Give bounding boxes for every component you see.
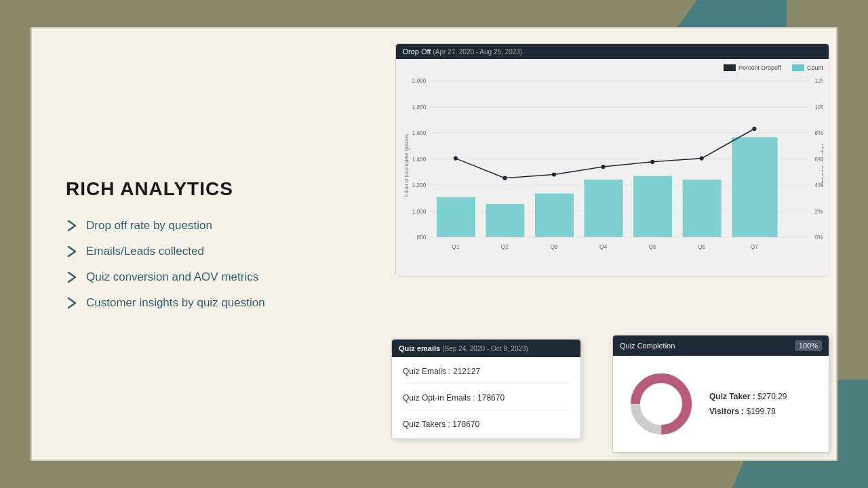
bar-q2 bbox=[486, 204, 524, 237]
bullet-list: Drop off rate by questionEmails/Leads co… bbox=[66, 219, 351, 310]
stat-quiz-taker: Quiz Taker : $270.29 bbox=[709, 392, 787, 401]
dot-q5 bbox=[650, 160, 654, 164]
quiz-completion-body: Quiz Taker : $270.29 Visitors : $199.78 bbox=[613, 356, 829, 452]
svg-text:Drop-off Percentage: Drop-off Percentage bbox=[821, 143, 823, 187]
stat-visitors: Visitors : $199.78 bbox=[709, 407, 787, 416]
bullet-text: Drop off rate by question bbox=[86, 219, 212, 232]
chevron-icon bbox=[66, 245, 78, 258]
dropoff-chart-svg: 2,000 1,800 1,600 1,400 1,200 1,000 800 … bbox=[401, 74, 823, 257]
chevron-icon bbox=[66, 220, 78, 232]
bullet-text: Quiz conversion and AOV metrics bbox=[86, 270, 258, 284]
dot-q7 bbox=[752, 127, 756, 131]
quiz-emails-card: Quiz emails (Sep 24, 2020 - Oct 9, 2023)… bbox=[391, 339, 581, 439]
stat-visitors-label: Visitors : bbox=[709, 407, 746, 416]
quiz-emails-body: Quiz Emails : 212127 Quiz Opt-in Emails … bbox=[392, 357, 580, 439]
svg-text:Q4: Q4 bbox=[599, 243, 607, 250]
svg-text:Q7: Q7 bbox=[751, 243, 758, 250]
dropoff-date: (Apr 27, 2020 - Aug 25, 2023) bbox=[433, 48, 522, 56]
line-chart bbox=[456, 129, 755, 178]
bullet-item: Emails/Leads collected bbox=[66, 245, 351, 258]
dropoff-header: Drop Off (Apr 27, 2020 - Aug 25, 2023) bbox=[396, 44, 829, 59]
stat-label-emails: Quiz Emails : bbox=[403, 367, 453, 376]
stat-value-optin: 178670 bbox=[477, 393, 505, 403]
dropoff-title: Drop Off (Apr 27, 2020 - Aug 25, 2023) bbox=[403, 47, 522, 56]
svg-text:Q6: Q6 bbox=[698, 243, 705, 250]
bullet-text: Emails/Leads collected bbox=[86, 245, 204, 258]
svg-text:8%: 8% bbox=[815, 129, 823, 136]
svg-text:0%: 0% bbox=[815, 234, 823, 241]
legend-percent: Percent Dropoff bbox=[724, 64, 781, 71]
chevron-icon bbox=[66, 297, 78, 309]
bullet-item: Customer insights by quiz question bbox=[66, 296, 351, 310]
svg-text:1,200: 1,200 bbox=[412, 182, 427, 188]
bar-q4 bbox=[585, 180, 623, 237]
legend-count: Count bbox=[792, 64, 823, 71]
dot-q1 bbox=[454, 157, 458, 161]
quiz-emails-title: Quiz emails bbox=[399, 344, 440, 352]
svg-text:1,000: 1,000 bbox=[412, 208, 427, 215]
bar-q1 bbox=[437, 197, 475, 237]
svg-text:1,600: 1,600 bbox=[412, 129, 427, 136]
legend-count-label: Count bbox=[807, 64, 823, 71]
svg-text:Q1: Q1 bbox=[452, 243, 459, 250]
completion-stats: Quiz Taker : $270.29 Visitors : $199.78 bbox=[709, 392, 787, 416]
dot-q2 bbox=[502, 176, 507, 180]
dot-q6 bbox=[700, 157, 704, 161]
donut-svg bbox=[624, 367, 698, 441]
stat-label-optin: Quiz Opt-in Emails : bbox=[403, 393, 477, 403]
bullet-text: Customer insights by quiz question bbox=[86, 296, 265, 310]
bar-q6 bbox=[683, 180, 722, 237]
stat-quiz-taker-value: $270.29 bbox=[757, 392, 787, 401]
legend-color-percent bbox=[724, 64, 736, 71]
svg-text:1,400: 1,400 bbox=[412, 156, 427, 163]
left-panel: RICH ANALYTICS Drop off rate by question… bbox=[32, 28, 384, 460]
completion-pct-badge: 100% bbox=[795, 340, 822, 351]
quiz-completion-card: Quiz Completion 100% Quiz Taker : $270.2… bbox=[612, 335, 829, 453]
stat-quiz-taker-label: Quiz Taker : bbox=[709, 392, 757, 401]
dot-q4 bbox=[601, 165, 605, 169]
svg-text:Count of Incomplete Quizzes: Count of Incomplete Quizzes bbox=[403, 134, 410, 197]
svg-text:Q5: Q5 bbox=[649, 243, 656, 250]
bullet-item: Drop off rate by question bbox=[66, 219, 351, 232]
stat-quiz-takers: Quiz Takers : 178670 bbox=[403, 420, 570, 429]
svg-text:1,800: 1,800 bbox=[412, 104, 427, 110]
svg-text:10%: 10% bbox=[815, 104, 823, 110]
quiz-completion-header: Quiz Completion 100% bbox=[613, 336, 829, 356]
svg-text:2,000: 2,000 bbox=[412, 77, 427, 84]
dropoff-card: Drop Off (Apr 27, 2020 - Aug 25, 2023) P… bbox=[395, 43, 829, 277]
slide-container: RICH ANALYTICS Drop off rate by question… bbox=[31, 27, 837, 461]
dot-q3 bbox=[552, 172, 556, 176]
stat-quiz-emails: Quiz Emails : 212127 bbox=[403, 367, 570, 384]
bullet-item: Quiz conversion and AOV metrics bbox=[66, 270, 351, 284]
chevron-icon bbox=[66, 271, 78, 283]
svg-text:Q2: Q2 bbox=[501, 243, 509, 250]
right-panel: Drop Off (Apr 27, 2020 - Aug 25, 2023) P… bbox=[384, 28, 836, 460]
section-title: RICH ANALYTICS bbox=[66, 178, 351, 200]
svg-text:800: 800 bbox=[416, 234, 426, 241]
stat-visitors-value: $199.78 bbox=[746, 407, 775, 416]
legend-color-count bbox=[792, 64, 804, 71]
quiz-emails-date: (Sep 24, 2020 - Oct 9, 2023) bbox=[442, 345, 528, 352]
svg-text:2%: 2% bbox=[815, 208, 823, 215]
dropoff-body: Percent Dropoff Count bbox=[396, 59, 829, 276]
bar-q7 bbox=[732, 137, 777, 237]
stat-value-emails: 212127 bbox=[453, 367, 480, 376]
chart-legend: Percent Dropoff Count bbox=[401, 64, 823, 71]
bar-q5 bbox=[633, 176, 672, 237]
legend-percent-label: Percent Dropoff bbox=[738, 64, 781, 71]
quiz-emails-header: Quiz emails (Sep 24, 2020 - Oct 9, 2023) bbox=[392, 340, 580, 357]
stat-label-takers: Quiz Takers : bbox=[403, 420, 452, 429]
stat-optin-emails: Quiz Opt-in Emails : 178670 bbox=[403, 393, 570, 410]
svg-text:12%: 12% bbox=[815, 77, 823, 84]
stat-value-takers: 178670 bbox=[452, 420, 479, 429]
svg-text:Q3: Q3 bbox=[550, 243, 557, 250]
bar-q3 bbox=[535, 194, 574, 237]
quiz-completion-title: Quiz Completion bbox=[620, 342, 675, 350]
